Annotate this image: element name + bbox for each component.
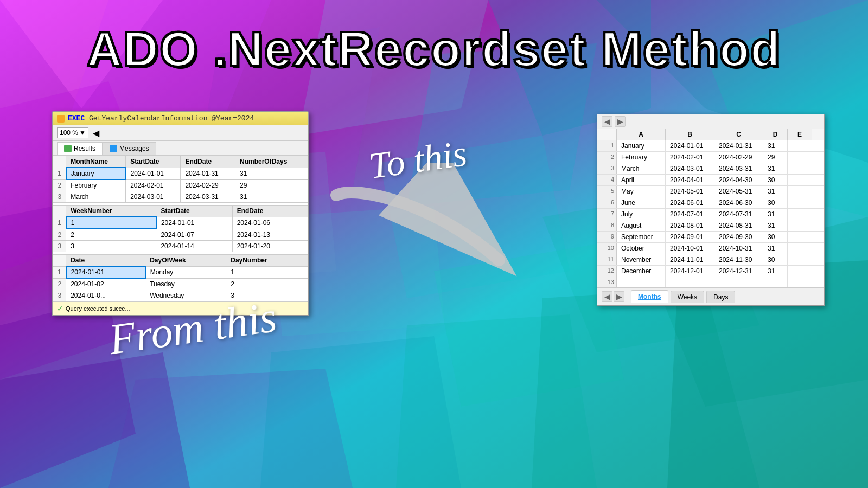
cell-d13[interactable] [763,277,788,287]
cell-e7[interactable] [788,209,812,220]
day-number-cell: 2 [226,278,308,290]
cell-d12[interactable]: 31 [763,266,788,277]
cell-e3[interactable] [788,163,812,174]
cell-b6[interactable]: 2024-06-01 [666,197,714,208]
cell-d3[interactable]: 31 [763,163,788,174]
scroll-left-icon[interactable]: ◀ [93,128,99,138]
row-num-8: 8 [597,220,617,231]
cell-d6[interactable]: 30 [763,197,788,208]
cell-d1[interactable]: 31 [763,140,788,151]
month-name-cell: March [66,191,126,203]
page-title: ADO .NextRecordset Method [0,22,868,78]
cell-a8[interactable]: August [617,220,666,231]
cell-e9[interactable] [788,232,812,242]
cell-a2[interactable]: February [617,152,666,163]
cell-e6[interactable] [788,197,812,208]
cell-c4[interactable]: 2024-04-30 [714,175,763,185]
cell-a9[interactable]: September [617,232,666,242]
cell-a5[interactable]: May [617,186,666,197]
cell-b13[interactable] [666,277,714,287]
cell-a4[interactable]: April [617,175,666,185]
sql-status-bar: ✓ Query executed succe... [53,301,308,315]
cell-b7[interactable]: 2024-07-01 [666,209,714,220]
zoom-dropdown-icon[interactable]: ▼ [79,129,86,137]
cell-a10[interactable]: October [617,243,666,254]
tab-days[interactable]: Days [706,291,735,303]
excel-nav: ◀ ▶ [597,114,824,129]
cell-c1[interactable]: 2024-01-31 [714,140,763,151]
cell-e1[interactable] [788,140,812,151]
zoom-control[interactable]: 100 % ▼ [57,127,88,138]
cell-d9[interactable]: 30 [763,232,788,242]
sql-keyword: EXEC [68,114,85,123]
month-name-cell[interactable]: January [66,168,126,179]
tab-months[interactable]: Months [631,290,668,303]
cell-e5[interactable] [788,186,812,197]
cell-c7[interactable]: 2024-07-31 [714,209,763,220]
excel-row-10: 10 October 2024-10-01 2024-10-31 31 [597,243,824,254]
cell-d5[interactable]: 31 [763,186,788,197]
excel-corner [597,129,617,140]
cell-b5[interactable]: 2024-05-01 [666,186,714,197]
cell-b10[interactable]: 2024-10-01 [666,243,714,254]
tab-messages[interactable]: Messages [103,142,156,155]
sql-results: MonthName StartDate EndDate NumberOfDays… [53,156,308,301]
cell-a11[interactable]: November [617,254,666,265]
cell-c6[interactable]: 2024-06-30 [714,197,763,208]
cell-a13[interactable] [617,277,666,287]
start-date-cell: 2024-03-01 [126,191,181,203]
tab-weeks[interactable]: Weeks [671,291,704,303]
excel-row-12: 12 December 2024-12-01 2024-12-31 31 [597,266,824,277]
cell-e11[interactable] [788,254,812,265]
cell-c5[interactable]: 2024-05-31 [714,186,763,197]
cell-a3[interactable]: March [617,163,666,174]
cell-b9[interactable]: 2024-09-01 [666,232,714,242]
col-enddate-1: EndDate [181,156,235,168]
weeks-table: WeekNumber StartDate EndDate 1 1 2024-01… [53,205,308,252]
col-monthname: MonthName [66,156,126,168]
cell-a7[interactable]: July [617,209,666,220]
cell-a6[interactable]: June [617,197,666,208]
week-num-cell[interactable]: 1 [66,217,156,229]
cell-c2[interactable]: 2024-02-29 [714,152,763,163]
zoom-value: 100 % [60,129,78,137]
nav-left-icon[interactable]: ◀ [602,116,612,127]
cell-c3[interactable]: 2024-03-31 [714,163,763,174]
cell-b12[interactable]: 2024-12-01 [666,266,714,277]
row-num: 1 [53,217,66,229]
cell-a1[interactable]: January [617,140,666,151]
sheet-prev-icon[interactable]: ◀ [602,291,612,302]
cell-b8[interactable]: 2024-08-01 [666,220,714,231]
col-header-a: A [617,129,666,140]
sheet-next-icon[interactable]: ▶ [614,291,624,302]
date-cell[interactable]: 2024-01-01 [66,266,145,278]
cell-c10[interactable]: 2024-10-31 [714,243,763,254]
cell-c11[interactable]: 2024-11-30 [714,254,763,265]
nav-right-icon[interactable]: ▶ [615,116,626,127]
cell-c8[interactable]: 2024-08-31 [714,220,763,231]
cell-e2[interactable] [788,152,812,163]
cell-d10[interactable]: 31 [763,243,788,254]
tab-results[interactable]: Results [57,142,103,155]
cell-e13[interactable] [788,277,812,287]
day-of-week-cell: Tuesday [145,278,226,290]
cell-e4[interactable] [788,175,812,185]
cell-e8[interactable] [788,220,812,231]
cell-d4[interactable]: 30 [763,175,788,185]
cell-b3[interactable]: 2024-03-01 [666,163,714,174]
cell-e10[interactable] [788,243,812,254]
cell-b11[interactable]: 2024-11-01 [666,254,714,265]
cell-d11[interactable]: 30 [763,254,788,265]
cell-b4[interactable]: 2024-04-01 [666,175,714,185]
cell-c12[interactable]: 2024-12-31 [714,266,763,277]
cell-d7[interactable]: 31 [763,209,788,220]
cell-e12[interactable] [788,266,812,277]
cell-c9[interactable]: 2024-09-30 [714,232,763,242]
cell-d8[interactable]: 31 [763,220,788,231]
cell-b1[interactable]: 2024-01-01 [666,140,714,151]
cell-d2[interactable]: 29 [763,152,788,163]
excel-row-4: 4 April 2024-04-01 2024-04-30 30 [597,175,824,186]
cell-c13[interactable] [714,277,763,287]
cell-b2[interactable]: 2024-02-01 [666,152,714,163]
cell-a12[interactable]: December [617,266,666,277]
